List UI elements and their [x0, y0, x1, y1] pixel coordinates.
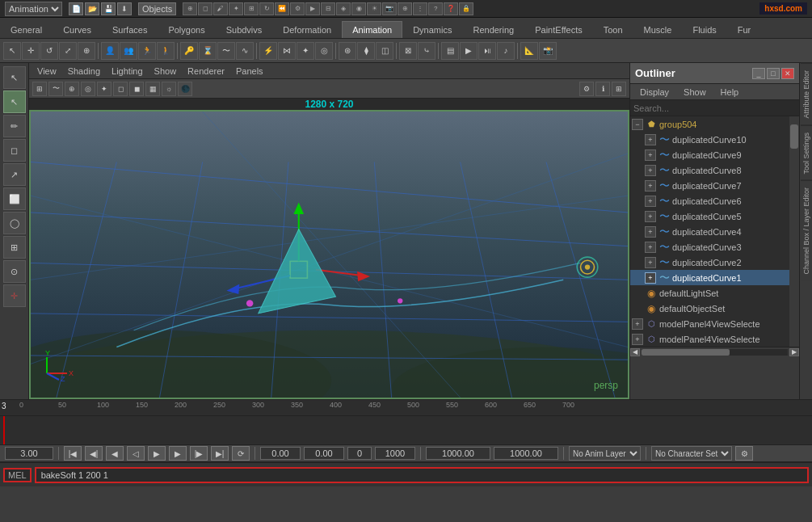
tab-dynamics[interactable]: Dynamics [402, 21, 462, 38]
viewport-settings[interactable]: ⚙ [579, 82, 594, 96]
construction-icon[interactable]: ⚙ [290, 2, 305, 15]
objects-dropdown[interactable]: Objects [138, 2, 176, 15]
play-btn[interactable]: ▶ [148, 446, 166, 461]
render-icon[interactable]: ▶ [305, 2, 320, 15]
render-region-icon[interactable]: 📐 [520, 42, 538, 60]
prev-frame-btn[interactable]: ◀ [106, 446, 124, 461]
tool-settings-tab[interactable]: Tool Settings [801, 125, 812, 181]
rotate-icon[interactable]: ↻ [259, 2, 274, 15]
outliner-maximize[interactable]: □ [767, 68, 780, 79]
outliner-help-menu[interactable]: Help [714, 86, 746, 99]
start-frame[interactable] [260, 447, 301, 460]
hscroll-left[interactable]: ◀ [630, 348, 640, 356]
list-item[interactable]: + 〜 duplicatedCurve2 [630, 255, 789, 270]
light-icon[interactable]: ☀ [367, 2, 381, 15]
list-item[interactable]: + ⬡ modelPanel4ViewSelecte [630, 316, 789, 331]
transport-options-btn[interactable]: ⚙ [735, 446, 753, 461]
list-item[interactable]: + 〜 duplicatedCurve5 [630, 208, 789, 224]
new-btn[interactable]: 📄 [69, 2, 83, 15]
arrow-lt[interactable]: ↗ [3, 163, 26, 186]
expand-btn[interactable]: + [645, 272, 656, 284]
shaded-icon[interactable]: ◉ [351, 2, 366, 15]
snap-to-point[interactable]: ⊕ [65, 82, 79, 96]
go-end-btn[interactable]: ▶| [211, 446, 229, 461]
time-end-input[interactable] [494, 447, 558, 460]
list-item[interactable]: ◉ defaultObjectSet [630, 301, 789, 316]
tab-rendering[interactable]: Rendering [462, 21, 524, 38]
blend-icon[interactable]: ⧫ [357, 42, 375, 60]
char2-icon[interactable]: 👥 [120, 42, 137, 60]
rotate-tool[interactable]: ↺ [40, 42, 58, 60]
expand-btn[interactable]: + [632, 334, 643, 345]
tab-fur[interactable]: Fur [727, 21, 762, 38]
grid-icon[interactable]: ⊟ [321, 2, 335, 15]
history-icon[interactable]: ⏪ [275, 2, 289, 15]
question-icon[interactable]: ❓ [444, 2, 458, 15]
list-item[interactable]: + 〜 duplicatedCurve7 [630, 178, 789, 193]
expand-btn[interactable]: + [645, 180, 656, 192]
list-item[interactable]: + ⬡ modelPanel4ViewSelecte [630, 331, 789, 347]
expand-btn[interactable]: + [645, 226, 656, 238]
attr-icon[interactable]: ⋮ [413, 2, 427, 15]
expand-btn[interactable] [632, 303, 643, 314]
list-item[interactable]: + 〜 duplicatedCurve4 [630, 224, 789, 239]
tab-general[interactable]: General [0, 21, 53, 38]
skeleton-icon[interactable]: ✦ [297, 42, 314, 60]
smooth-btn[interactable]: ◼ [129, 82, 144, 96]
snap-to-grid[interactable]: ⊞ [32, 82, 47, 96]
tangent-icon[interactable]: ∿ [236, 42, 254, 60]
tab-deformation[interactable]: Deformation [272, 21, 342, 38]
cache-icon[interactable]: ▤ [441, 42, 459, 60]
sound-icon[interactable]: ♪ [497, 42, 515, 60]
hscroll-right[interactable]: ▶ [789, 348, 799, 356]
key-icon[interactable]: 🔑 [180, 42, 198, 60]
shadow-btn[interactable]: 🌑 [178, 82, 192, 96]
lock-icon[interactable]: 🔒 [459, 2, 473, 15]
outliner-minimize[interactable]: _ [752, 68, 765, 79]
expand-btn[interactable]: + [645, 242, 656, 253]
next-frame-btn[interactable]: ▶ [169, 446, 187, 461]
panels-menu[interactable]: Panels [231, 65, 268, 78]
run-icon[interactable]: 🏃 [138, 42, 156, 60]
attribute-editor-tab[interactable]: Attribute Editor [801, 63, 812, 125]
tab-curves[interactable]: Curves [53, 21, 102, 38]
timeline-bar[interactable] [0, 416, 812, 444]
viewport[interactable]: persp Y X Z [29, 110, 629, 399]
mode-dropdown[interactable]: Animation [5, 2, 62, 16]
tab-surfaces[interactable]: Surfaces [102, 21, 158, 38]
tab-painteffects[interactable]: PaintEffects [524, 21, 593, 38]
snapshot-icon[interactable]: 📸 [539, 42, 557, 60]
go-start-btn[interactable]: |◀ [64, 446, 82, 461]
play-reverse-btn[interactable]: ◁ [127, 446, 145, 461]
parent-icon[interactable]: ⤷ [418, 42, 435, 60]
snap-to-curve[interactable]: 〜 [48, 82, 63, 96]
open-btn[interactable]: 📂 [85, 2, 99, 15]
expand-btn[interactable]: + [645, 211, 656, 222]
constraint-icon[interactable]: ⊠ [399, 42, 417, 60]
prev-key-btn[interactable]: ◀| [85, 446, 103, 461]
outliner-scrollbar[interactable] [789, 116, 799, 347]
viewport-more[interactable]: ⊞ [612, 82, 626, 96]
wireframe-btn[interactable]: ◻ [113, 82, 128, 96]
help-icon[interactable]: ? [428, 2, 443, 15]
list-item[interactable]: − ⬟ group504 [630, 116, 789, 132]
expand-btn[interactable]: + [645, 134, 656, 145]
char-icon[interactable]: 👤 [101, 42, 119, 60]
save-btn[interactable]: 💾 [101, 2, 116, 15]
axis-lt[interactable]: ✛ [3, 284, 26, 307]
expand-btn[interactable]: + [645, 257, 656, 268]
anim-layer-dropdown[interactable]: No Anim Layer [569, 446, 641, 461]
list-item[interactable]: + 〜 duplicatedCurve6 [630, 193, 789, 208]
expand-btn[interactable]: − [632, 119, 643, 130]
snap-icon[interactable]: ✦ [229, 2, 243, 15]
tab-animation[interactable]: Animation [342, 21, 402, 38]
sculpt-lt[interactable]: ⊙ [3, 260, 26, 283]
range-end[interactable] [375, 447, 415, 460]
frame-input[interactable] [347, 447, 372, 460]
expand-btn[interactable]: + [645, 196, 656, 207]
ik-icon[interactable]: ⚡ [259, 42, 277, 60]
move-lt[interactable]: ↖ [3, 91, 26, 113]
select-icon[interactable]: ⊕ [183, 2, 197, 15]
lasso-lt[interactable]: ◻ [3, 139, 26, 162]
char-set-dropdown[interactable]: No Character Set [651, 446, 732, 461]
